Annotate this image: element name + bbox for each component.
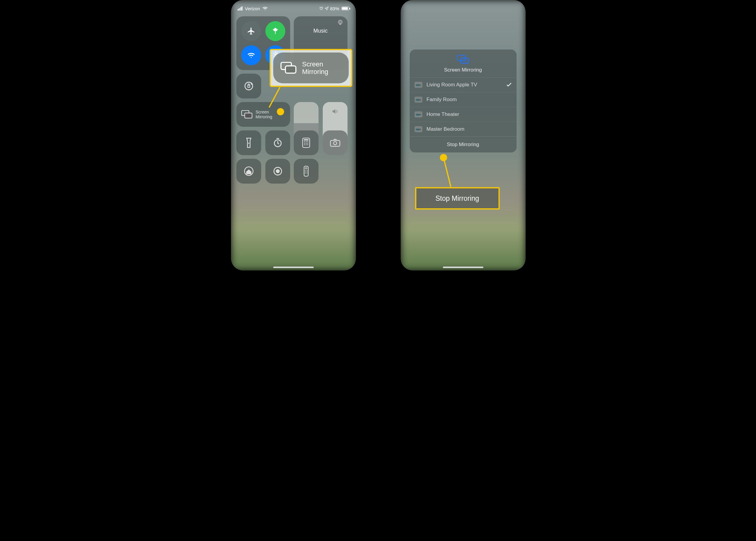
apple-tv-icon: 📺tv	[414, 97, 422, 103]
airplay-icon	[337, 19, 343, 25]
svg-point-16	[307, 143, 308, 144]
device-row[interactable]: 📺tv Living Room Apple TV	[410, 78, 516, 92]
device-row[interactable]: 📺tv Family Room	[410, 92, 516, 107]
apple-tv-icon: 📺tv	[414, 111, 422, 118]
svg-point-31	[307, 172, 307, 172]
wifi-icon	[262, 6, 268, 11]
device-name: Master Bedroom	[426, 126, 512, 132]
svg-rect-26	[304, 166, 308, 176]
svg-point-15	[306, 143, 307, 144]
svg-point-28	[305, 170, 305, 171]
svg-rect-4	[248, 85, 250, 87]
battery-pct: 83%	[330, 6, 339, 11]
home-indicator[interactable]	[443, 267, 483, 268]
svg-rect-6	[245, 113, 252, 118]
flashlight-toggle[interactable]	[237, 131, 261, 155]
device-row[interactable]: 📺tv Home Theater	[410, 107, 516, 122]
svg-point-17	[304, 144, 305, 145]
device-name: Home Theater	[426, 111, 512, 118]
stop-mirroring-button[interactable]: Stop Mirroring	[410, 137, 516, 153]
battery-icon	[342, 7, 349, 10]
screen-mirroring-icon	[241, 110, 253, 119]
screen-mirroring-sheet: Screen Mirroring 📺tv Living Room Apple T…	[410, 50, 516, 153]
svg-point-2	[339, 21, 341, 23]
orientation-lock-toggle[interactable]	[237, 74, 261, 98]
apple-tv-remote-button[interactable]	[294, 159, 319, 184]
screen-mirroring-sheet-title: Screen Mirroring	[444, 67, 482, 73]
svg-point-22	[333, 142, 336, 145]
timer-button[interactable]	[266, 131, 290, 155]
battery-fill	[342, 7, 348, 10]
tutorial-stage: Verizon 83%	[183, 0, 573, 270]
now-playing-label: Music	[294, 28, 348, 34]
svg-point-33	[307, 173, 307, 174]
checkmark-icon	[506, 83, 512, 87]
svg-point-19	[307, 144, 308, 145]
svg-rect-20	[304, 139, 309, 140]
svg-point-18	[306, 144, 307, 145]
svg-point-12	[306, 141, 307, 142]
home-indicator[interactable]	[273, 267, 314, 268]
callout-leader-dot	[277, 108, 284, 115]
wifi-toggle[interactable]	[241, 45, 261, 65]
phone-mirroring-sheet: Screen Mirroring 📺tv Living Room Apple T…	[400, 0, 526, 270]
location-icon	[325, 6, 329, 11]
screen-mirroring-icon	[281, 62, 297, 74]
status-right: 83%	[319, 6, 349, 11]
callout-stop-mirroring: Stop Mirroring	[415, 187, 500, 210]
svg-point-14	[304, 143, 305, 144]
camera-button[interactable]	[323, 131, 348, 155]
device-name: Family Room	[426, 97, 512, 103]
apple-tv-icon: 📺tv	[414, 82, 422, 88]
device-list: 📺tv Living Room Apple TV 📺tv Family Room…	[410, 78, 516, 137]
svg-rect-0	[275, 31, 275, 34]
volume-icon	[323, 108, 348, 115]
apple-tv-icon: 📺tv	[414, 126, 422, 132]
screen-record-toggle[interactable]	[266, 159, 290, 184]
airplane-mode-toggle[interactable]	[241, 21, 261, 41]
svg-rect-35	[285, 66, 296, 73]
callout-screen-mirroring-inner: Screen Mirroring	[273, 53, 349, 83]
home-button[interactable]	[237, 159, 261, 184]
svg-point-27	[305, 168, 307, 169]
svg-point-32	[305, 173, 305, 174]
device-row[interactable]: 📺tv Master Bedroom	[410, 122, 516, 137]
callout-stop-mirroring-label: Stop Mirroring	[435, 195, 479, 203]
carrier-label: Verizon	[245, 6, 260, 11]
status-bar: Verizon 83%	[231, 4, 356, 13]
screen-mirroring-label: Screen Mirroring	[256, 110, 272, 119]
device-name: Living Room Apple TV	[426, 82, 502, 88]
callout-screen-mirroring: Screen Mirroring	[270, 49, 352, 87]
svg-point-30	[305, 172, 305, 172]
callout-screen-mirroring-label: Screen Mirroring	[302, 60, 329, 76]
phone-control-center: Verizon 83%	[231, 0, 356, 270]
stop-mirroring-label: Stop Mirroring	[447, 142, 479, 147]
alarm-icon	[319, 6, 323, 11]
svg-point-8	[248, 143, 249, 144]
svg-point-25	[276, 169, 280, 173]
calculator-button[interactable]	[294, 131, 319, 155]
svg-point-13	[307, 141, 308, 142]
svg-point-11	[304, 141, 305, 142]
screen-mirroring-icon	[457, 55, 469, 64]
svg-point-29	[307, 170, 307, 171]
status-left: Verizon	[238, 6, 268, 11]
screen-mirroring-sheet-header: Screen Mirroring	[410, 50, 516, 78]
svg-rect-37	[461, 58, 468, 63]
signal-icon	[238, 6, 243, 11]
cellular-data-toggle[interactable]	[266, 21, 285, 41]
